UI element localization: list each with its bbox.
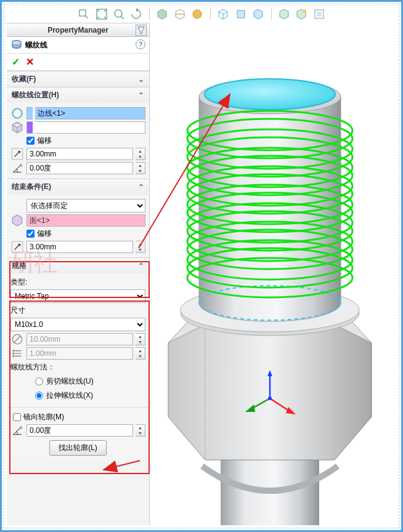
view-toolbar (7, 7, 396, 23)
svg-point-12 (12, 108, 22, 118)
property-manager-panel: PropertyManager 螺纹线 ? ✓ ✕ 收藏(F) ⌄ (7, 23, 150, 525)
rotate-icon[interactable] (130, 8, 142, 20)
end-face-selection[interactable]: 面<1> (26, 214, 145, 227)
section-thread-position[interactable]: 螺纹线位置(H) ⌃ (7, 87, 149, 103)
pitch-icon (10, 347, 24, 360)
view-front-icon[interactable] (235, 8, 247, 20)
edge-selection[interactable]: 边线<1> (35, 107, 145, 119)
find-profile-button[interactable]: 找出轮廓(L) (49, 440, 107, 456)
svg-rect-7 (237, 10, 245, 18)
spec-size-label: 尺寸 (10, 305, 145, 316)
svg-text:A: A (19, 163, 23, 168)
offset-checkbox-2[interactable]: 偏移 (26, 228, 145, 239)
pin-icon[interactable] (136, 25, 147, 36)
svg-rect-10 (317, 12, 322, 17)
zoom-fit-icon[interactable] (96, 8, 108, 20)
feature-name: 螺纹线 (25, 40, 47, 50)
spinner-icon[interactable]: ▲▼ (136, 347, 145, 360)
svg-point-23 (205, 79, 335, 110)
start-face-selection[interactable] (35, 121, 145, 134)
start-angle[interactable] (26, 162, 133, 174)
svg-point-44 (268, 397, 272, 400)
diameter-icon (10, 333, 24, 345)
svg-text:A: A (19, 425, 23, 430)
render-icon[interactable] (295, 8, 307, 20)
svg-line-17 (14, 336, 21, 343)
cancel-button[interactable]: ✕ (26, 56, 34, 68)
pm-title: PropertyManager (47, 26, 108, 34)
method-label: 螺纹线方法： (10, 362, 145, 373)
zoom-area-icon[interactable] (113, 8, 125, 20)
spec-type-label: 类型: (10, 277, 145, 288)
face-icon (10, 214, 24, 227)
angle-icon: A (10, 162, 24, 174)
offset-checkbox-1[interactable]: 偏移 (26, 135, 145, 146)
chevron-down-icon: ⌄ (138, 75, 144, 84)
config-icon[interactable] (313, 8, 325, 20)
svg-point-6 (193, 10, 202, 18)
spinner-icon[interactable]: ▲▼ (136, 241, 145, 253)
mirror-checkbox[interactable]: 镜向轮廓(M) (13, 412, 145, 422)
spinner-icon[interactable]: ▲▼ (136, 424, 145, 437)
section-end-condition[interactable]: 结束条件(E) ⌃ (7, 179, 149, 195)
graphics-viewport[interactable] (150, 23, 396, 525)
spec-label: 规格 (12, 260, 26, 271)
thread-feature-icon (10, 39, 23, 50)
view-orient-icon[interactable] (217, 8, 229, 20)
svg-rect-0 (79, 10, 86, 16)
major-diameter (26, 333, 133, 345)
start-face-icon (10, 121, 24, 134)
pitch (26, 347, 133, 360)
method-extrude-radio[interactable]: 拉伸螺纹线(X) (35, 390, 145, 401)
display-style-icon[interactable] (156, 8, 168, 20)
spinner-icon[interactable]: ▲▼ (136, 333, 145, 345)
svg-point-8 (303, 9, 306, 13)
end-condition-label: 结束条件(E) (12, 182, 51, 192)
method-cut-radio[interactable]: 剪切螺纹线(U) (35, 376, 145, 387)
favorites-label: 收藏(F) (12, 74, 36, 84)
svg-line-1 (85, 15, 88, 18)
offset-reverse-icon[interactable] (10, 148, 24, 160)
section-favorites[interactable]: 收藏(F) ⌄ (7, 71, 149, 87)
ok-button[interactable]: ✓ (12, 56, 20, 68)
chevron-up-icon: ⌃ (138, 183, 144, 191)
ok-cancel-bar: ✓ ✕ (7, 54, 149, 71)
scene-icon[interactable] (191, 8, 203, 20)
rotation-angle[interactable] (26, 424, 133, 437)
offset-reverse-icon-2[interactable] (10, 241, 24, 253)
pm-scroll: 收藏(F) ⌄ 螺纹线位置(H) ⌃ 边线<1> (7, 71, 149, 525)
edge-icon (10, 107, 24, 119)
thread-type-combo[interactable]: Metric Tap (10, 289, 145, 303)
appearance-icon[interactable] (278, 8, 290, 20)
section-spec[interactable]: 规格 ⌃ (7, 257, 149, 273)
help-icon[interactable]: ? (136, 39, 145, 49)
offset-value-1[interactable] (26, 148, 133, 160)
feature-header: 螺纹线 ? (7, 37, 149, 54)
section-icon[interactable] (174, 8, 186, 20)
chevron-up-icon: ⌃ (138, 262, 144, 270)
spinner-icon[interactable]: ▲▼ (136, 148, 145, 160)
chevron-up-icon: ⌃ (138, 91, 144, 100)
rotation-angle-icon: A (10, 424, 24, 437)
zoom-window-icon[interactable] (78, 8, 90, 20)
hide-show-icon[interactable] (252, 8, 264, 20)
svg-line-4 (121, 16, 124, 19)
thread-size-combo[interactable]: M10x1.0 (10, 318, 145, 331)
thread-position-label: 螺纹线位置(H) (12, 90, 59, 100)
pm-title-bar: PropertyManager (7, 23, 149, 37)
end-condition-type[interactable]: 依选择而定 (26, 199, 145, 212)
spinner-icon[interactable]: ▲▼ (136, 162, 145, 174)
offset-value-2[interactable] (26, 241, 133, 253)
